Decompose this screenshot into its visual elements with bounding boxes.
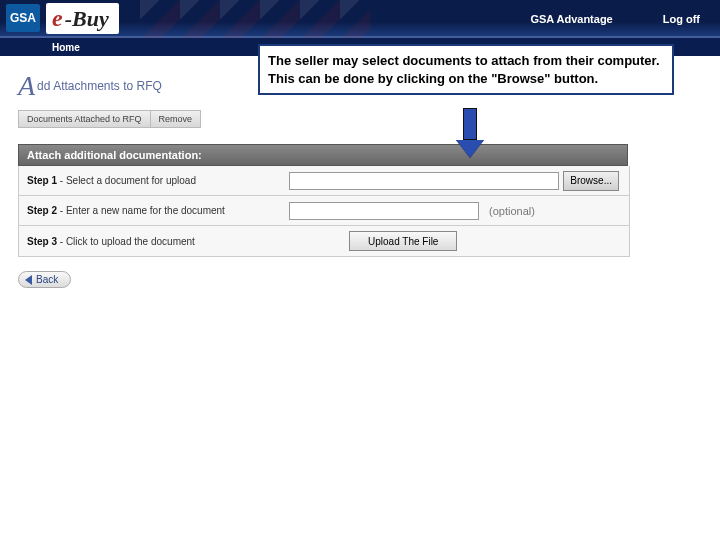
step-1-action: Browse... <box>289 171 629 191</box>
instruction-callout: The seller may select documents to attac… <box>258 44 674 95</box>
step-1-bold: Step 1 <box>27 175 57 186</box>
nav-home[interactable]: Home <box>52 42 80 53</box>
nav-log-off[interactable]: Log off <box>663 13 700 25</box>
page-title-text: dd Attachments to RFQ <box>37 79 162 93</box>
upload-steps-table: Step 1 - Select a document for upload Br… <box>18 166 630 257</box>
ebuy-logo-buy: -Buy <box>65 6 109 32</box>
ebuy-logo-e: e <box>52 5 63 32</box>
attached-documents-bar: Documents Attached to RFQ Remove <box>18 110 720 128</box>
step-3-label: Step 3 - Click to upload the document <box>19 236 289 247</box>
attached-docs-header: Documents Attached to RFQ <box>18 110 151 128</box>
step-3-action: Upload The File <box>289 231 629 251</box>
file-path-input[interactable] <box>289 172 559 190</box>
step-3-bold: Step 3 <box>27 236 57 247</box>
step-1-label: Step 1 - Select a document for upload <box>19 175 289 186</box>
ebuy-logo: e -Buy <box>46 3 119 34</box>
step-1-text: - Select a document for upload <box>57 175 196 186</box>
step-2-row: Step 2 - Enter a new name for the docume… <box>19 196 629 226</box>
optional-label: (optional) <box>489 205 535 217</box>
back-button[interactable]: Back <box>18 271 71 288</box>
upload-file-button[interactable]: Upload The File <box>349 231 457 251</box>
top-header-bar: GSA e -Buy GSA Advantage Log off <box>0 0 720 38</box>
step-2-text: - Enter a new name for the document <box>57 205 225 216</box>
attached-remove-header: Remove <box>151 110 202 128</box>
top-nav-right: GSA Advantage Log off <box>530 0 700 38</box>
gsa-logo: GSA <box>6 4 40 32</box>
step-2-bold: Step 2 <box>27 205 57 216</box>
callout-arrow-icon <box>456 108 484 158</box>
step-3-row: Step 3 - Click to upload the document Up… <box>19 226 629 256</box>
step-3-text: - Click to upload the document <box>57 236 195 247</box>
nav-gsa-advantage[interactable]: GSA Advantage <box>530 13 612 25</box>
browse-button[interactable]: Browse... <box>563 171 619 191</box>
attach-section-header: Attach additional documentation: <box>18 144 628 166</box>
flag-decoration <box>140 0 370 38</box>
back-arrow-icon <box>25 275 32 285</box>
step-2-label: Step 2 - Enter a new name for the docume… <box>19 205 289 216</box>
document-name-input[interactable] <box>289 202 479 220</box>
page-title-initial: A <box>18 70 35 102</box>
step-1-row: Step 1 - Select a document for upload Br… <box>19 166 629 196</box>
step-2-action: (optional) <box>289 202 629 220</box>
back-button-label: Back <box>36 274 58 285</box>
